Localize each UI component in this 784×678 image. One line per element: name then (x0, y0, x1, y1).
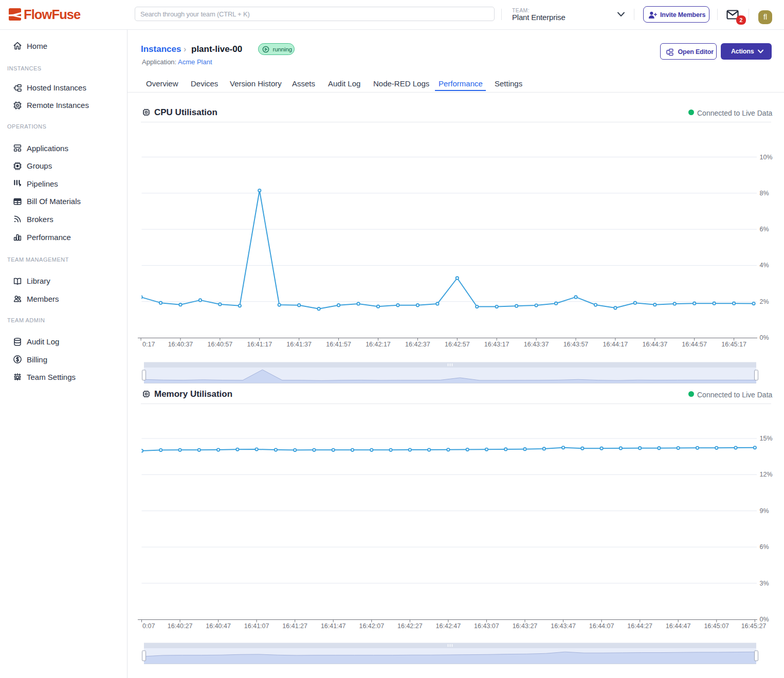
svg-text:6%: 6% (760, 226, 769, 233)
svg-text:3%: 3% (760, 580, 769, 587)
svg-text:16:45:07: 16:45:07 (704, 622, 729, 630)
svg-text:8%: 8% (760, 190, 769, 197)
svg-text:16:42:57: 16:42:57 (445, 341, 470, 348)
svg-text:16:44:27: 16:44:27 (627, 622, 652, 630)
svg-text:16:43:47: 16:43:47 (551, 622, 576, 630)
svg-text:16:40:37: 16:40:37 (168, 341, 193, 348)
svg-text:15%: 15% (760, 435, 773, 442)
svg-text:16:44:57: 16:44:57 (682, 341, 707, 348)
svg-text:4%: 4% (760, 262, 769, 269)
svg-text:16:40:57: 16:40:57 (208, 341, 233, 348)
svg-text:16:43:17: 16:43:17 (484, 341, 509, 348)
svg-text:16:42:27: 16:42:27 (397, 622, 423, 630)
svg-text:16:45:27: 16:45:27 (741, 622, 767, 630)
svg-text:16:44:17: 16:44:17 (603, 341, 628, 348)
svg-text:0:07: 0:07 (142, 622, 155, 630)
svg-text:16:41:37: 16:41:37 (286, 341, 312, 348)
svg-text:16:40:47: 16:40:47 (206, 622, 231, 630)
svg-text:16:41:47: 16:41:47 (321, 622, 346, 630)
svg-text:12%: 12% (760, 471, 773, 478)
svg-text:16:45:17: 16:45:17 (721, 341, 746, 348)
svg-text:16:42:37: 16:42:37 (405, 341, 430, 348)
svg-text:16:41:07: 16:41:07 (244, 622, 269, 630)
svg-text:0:17: 0:17 (142, 341, 155, 348)
svg-text:9%: 9% (760, 507, 769, 515)
svg-text:16:44:47: 16:44:47 (666, 622, 691, 630)
svg-text:16:41:57: 16:41:57 (326, 341, 351, 348)
svg-text:16:43:57: 16:43:57 (563, 341, 589, 348)
svg-text:2%: 2% (760, 298, 769, 305)
svg-text:0%: 0% (760, 334, 769, 341)
svg-text:16:43:37: 16:43:37 (524, 341, 549, 348)
svg-text:16:43:27: 16:43:27 (513, 622, 538, 630)
svg-text:16:41:27: 16:41:27 (282, 622, 307, 630)
svg-text:10%: 10% (760, 154, 773, 161)
svg-text:16:42:07: 16:42:07 (359, 622, 384, 630)
svg-text:6%: 6% (760, 543, 769, 551)
svg-text:16:41:17: 16:41:17 (247, 341, 272, 348)
svg-text:16:43:07: 16:43:07 (474, 622, 499, 630)
svg-text:16:44:37: 16:44:37 (642, 341, 667, 348)
svg-text:16:40:27: 16:40:27 (168, 622, 193, 630)
svg-text:0%: 0% (760, 616, 769, 623)
svg-text:16:44:07: 16:44:07 (589, 622, 614, 630)
svg-text:16:42:17: 16:42:17 (366, 341, 391, 348)
svg-text:16:42:47: 16:42:47 (436, 622, 461, 630)
